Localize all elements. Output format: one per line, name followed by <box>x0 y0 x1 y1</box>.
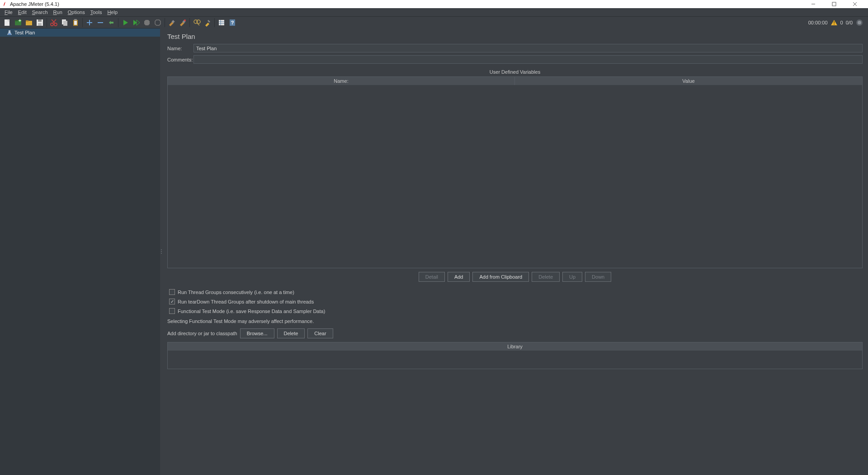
library-col[interactable]: Library <box>168 342 862 351</box>
menu-edit[interactable]: Edit <box>15 9 29 15</box>
window-maximize-button[interactable] <box>824 0 844 8</box>
library-table-body[interactable] <box>168 351 862 369</box>
tree-node-label: Test Plan <box>14 30 35 35</box>
templates-icon[interactable]: + <box>13 17 24 28</box>
svg-rect-7 <box>15 20 18 21</box>
svg-marker-31 <box>155 20 160 25</box>
window-close-button[interactable] <box>844 0 865 8</box>
svg-marker-27 <box>123 20 128 25</box>
menu-help[interactable]: Help <box>104 9 120 15</box>
open-icon[interactable] <box>24 17 34 28</box>
toolbar: + ? 00:00:00 ! 0 0/0 <box>0 16 868 28</box>
checkbox-icon <box>169 308 175 314</box>
svg-text:!: ! <box>833 20 835 26</box>
paste-icon[interactable] <box>70 17 81 28</box>
svg-rect-1 <box>832 2 836 6</box>
add-from-clipboard-button[interactable]: Add from Clipboard <box>472 272 529 282</box>
thread-count: 0/0 <box>846 20 853 25</box>
clear-icon[interactable] <box>166 17 177 28</box>
svg-rect-4 <box>5 19 9 26</box>
copy-icon[interactable] <box>59 17 70 28</box>
new-icon[interactable] <box>2 17 13 28</box>
udv-section-title: User Defined Variables <box>167 69 863 75</box>
checkbox-consecutive[interactable]: Run Thread Groups consecutively (i.e. on… <box>169 289 863 295</box>
svg-text:+: + <box>19 19 21 23</box>
main-split: Test Plan Test Plan Name: Comments: User… <box>0 28 868 475</box>
checkbox-functional[interactable]: Functional Test Mode (i.e. save Response… <box>169 308 863 314</box>
comments-label: Comments: <box>167 57 192 62</box>
save-icon[interactable] <box>34 17 45 28</box>
comments-field[interactable] <box>193 55 863 64</box>
svg-rect-39 <box>219 20 224 25</box>
svg-rect-20 <box>63 21 67 26</box>
delete-button[interactable]: Delete <box>532 272 560 282</box>
svg-rect-22 <box>74 21 77 25</box>
svg-marker-30 <box>144 20 150 25</box>
clear-all-icon[interactable] <box>177 17 188 28</box>
jmeter-logo-icon <box>3 1 7 7</box>
functional-mode-hint: Selecting Functional Test Mode may adver… <box>167 318 863 324</box>
help-icon[interactable]: ? <box>227 17 238 28</box>
search-reset-icon[interactable] <box>202 17 213 28</box>
svg-point-34 <box>184 19 186 21</box>
warning-icon[interactable]: ! <box>830 19 838 26</box>
svg-point-16 <box>54 23 57 26</box>
menu-search[interactable]: Search <box>29 9 51 15</box>
panel-title: Test Plan <box>167 33 863 40</box>
svg-rect-13 <box>38 19 42 22</box>
svg-point-37 <box>197 20 200 24</box>
menu-tools[interactable]: Tools <box>88 9 105 15</box>
search-icon[interactable] <box>191 17 202 28</box>
browse-button[interactable]: Browse... <box>240 328 274 338</box>
elapsed-timer: 00:00:00 <box>808 20 828 25</box>
function-helper-icon[interactable] <box>216 17 227 28</box>
cut-icon[interactable] <box>48 17 59 28</box>
svg-marker-29 <box>137 20 140 25</box>
svg-rect-14 <box>38 23 42 26</box>
thread-status-icon <box>855 19 863 27</box>
svg-text:?: ? <box>231 20 234 25</box>
window-minimize-button[interactable] <box>803 0 824 8</box>
checkbox-label: Functional Test Mode (i.e. save Response… <box>178 309 325 314</box>
checkbox-icon <box>169 299 175 304</box>
add-button[interactable]: Add <box>448 272 470 282</box>
svg-rect-11 <box>26 20 28 22</box>
name-field[interactable] <box>193 44 863 52</box>
clear-button[interactable]: Clear <box>307 328 333 338</box>
toggle-icon[interactable] <box>106 17 117 28</box>
udv-col-value[interactable]: Value <box>515 77 862 85</box>
stop-icon[interactable] <box>142 17 152 28</box>
menu-file[interactable]: File <box>2 9 15 15</box>
tree-node-test-plan[interactable]: Test Plan <box>0 28 160 37</box>
detail-button[interactable]: Detail <box>419 272 445 282</box>
svg-marker-38 <box>208 20 210 23</box>
menu-run[interactable]: Run <box>51 9 65 15</box>
udv-table: Name: Value <box>167 76 863 268</box>
classpath-delete-button[interactable]: Delete <box>277 328 305 338</box>
warning-count: 0 <box>840 20 843 25</box>
menu-bar: File Edit Search Run Options Tools Help <box>0 8 868 16</box>
svg-rect-23 <box>74 19 77 20</box>
checkbox-icon <box>169 289 175 295</box>
name-label: Name: <box>167 46 192 51</box>
up-button[interactable]: Up <box>562 272 582 282</box>
start-icon[interactable] <box>120 17 131 28</box>
udv-col-name[interactable]: Name: <box>168 77 515 85</box>
down-button[interactable]: Down <box>585 272 611 282</box>
svg-point-15 <box>51 23 53 26</box>
collapse-icon[interactable] <box>95 17 106 28</box>
expand-icon[interactable] <box>84 17 95 28</box>
udv-table-body[interactable] <box>168 85 862 268</box>
shutdown-icon[interactable] <box>152 17 163 28</box>
menu-options[interactable]: Options <box>65 9 88 15</box>
udv-button-row: Detail Add Add from Clipboard Delete Up … <box>167 272 863 282</box>
test-plan-panel: Test Plan Name: Comments: User Defined V… <box>163 28 868 475</box>
start-no-timers-icon[interactable] <box>131 17 142 28</box>
window-title: Apache JMeter (5.4.1) <box>10 1 59 7</box>
window-titlebar: Apache JMeter (5.4.1) <box>0 0 868 8</box>
checkbox-label: Run tearDown Thread Groups after shutdow… <box>178 299 314 304</box>
beaker-icon <box>6 29 13 36</box>
classpath-label: Add directory or jar to classpath <box>167 331 237 336</box>
test-plan-tree[interactable]: Test Plan <box>0 28 160 475</box>
checkbox-teardown[interactable]: Run tearDown Thread Groups after shutdow… <box>169 299 863 304</box>
